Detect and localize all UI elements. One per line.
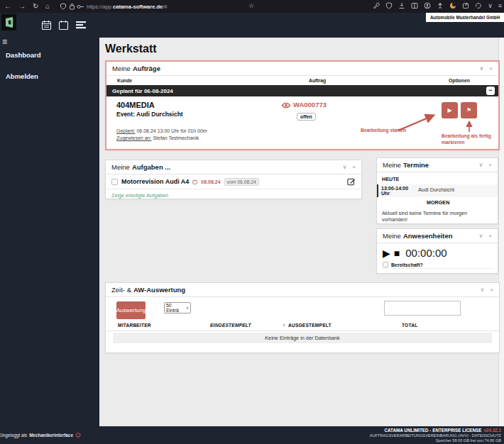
browser-extension-cluster: ∨ ≡: [373, 2, 502, 9]
logged-in-status: Eingeloggt als Mechanikerinterface: [0, 432, 81, 438]
sidebar-item-logout[interactable]: Abmelden: [6, 72, 38, 80]
task-name: Motorrevision Audi A4: [121, 178, 189, 185]
order-customer: 404MEDIA: [116, 101, 155, 109]
legal-links[interactable]: AUFTRAGSVERARBEITUNGSVEREINBARUNG (AVV) …: [370, 433, 501, 438]
bookmark-star-icon[interactable]: ☆: [248, 2, 254, 9]
url-path: /#: [163, 4, 167, 10]
overflow-chevron-icon[interactable]: ∨: [488, 2, 493, 9]
sidebar: ≡ Dashboard Abmelden: [0, 38, 99, 426]
license-info: CATAMA UNLIMITED - ENTERPRISE LICENSEv24…: [370, 428, 501, 444]
close-icon[interactable]: ×: [488, 162, 492, 168]
collapse-chevron-icon[interactable]: ∨: [342, 164, 346, 170]
app-header: Automobile Musterhandel GmbH: [0, 13, 504, 38]
calendar-month-icon[interactable]: [41, 20, 52, 30]
page-size-select[interactable]: 50 Einträ ∨: [164, 302, 191, 313]
orders-title: Meine: [112, 65, 131, 72]
order-number-link[interactable]: WA000773: [293, 101, 327, 109]
order-row: 404MEDIA Event: Audi Durchsicht Geplant:…: [106, 96, 498, 149]
order-assigned: Zugewiesen an:Stefan Testmechanik: [116, 135, 199, 140]
eye-icon[interactable]: [281, 102, 291, 109]
start-timer-icon[interactable]: ▶: [383, 248, 390, 258]
orders-panel: Meine Aufträge ∨× Kunde Auftrag Optionen…: [105, 60, 500, 150]
close-icon[interactable]: ×: [489, 65, 493, 72]
sort-chevron-icon[interactable]: ∨: [283, 323, 285, 327]
task-checkbox[interactable]: [111, 179, 118, 185]
col-kunde: Kunde: [117, 78, 132, 83]
sidebar-menu-icon[interactable]: ≡: [2, 37, 7, 47]
close-icon[interactable]: ×: [490, 287, 493, 293]
collapse-chevron-icon[interactable]: ∨: [478, 162, 483, 168]
attendance-panel-header: Meine Anwesenheiten ∨×: [377, 229, 498, 243]
address-bar[interactable]: https://app.catama-software.de/#: [87, 4, 167, 10]
account-icon[interactable]: [424, 2, 431, 9]
group-collapse-button[interactable]: −: [486, 87, 495, 95]
orders-panel-header: Meine Aufträge ∨×: [106, 62, 498, 76]
task-origin-badge: vom 06.08.24: [224, 178, 259, 186]
accessibility-icon[interactable]: [437, 2, 444, 9]
divider: [106, 331, 499, 331]
standby-checkbox[interactable]: [383, 262, 388, 267]
sync-icon[interactable]: [475, 2, 482, 9]
assigned-label: Zugewiesen an:: [116, 135, 151, 140]
start-work-button[interactable]: ▶: [442, 102, 458, 118]
tasks-title-bold: Aufgaben ...: [132, 163, 170, 171]
license-label: CATAMA UNLIMITED - ENTERPRISE LICENSE: [384, 428, 481, 433]
collapse-chevron-icon[interactable]: ∨: [479, 65, 483, 72]
appointment-row[interactable]: 13:00-14:00 Uhr Audi Durchsicht: [377, 184, 498, 197]
planned-value: 06.08.24 13:00 Uhr für 01h 00m: [136, 128, 207, 133]
evaluation-column-headers: MITARBEITER EINGESTEMPELT ∨ AUSGESTEMPEL…: [106, 321, 498, 331]
power-icon[interactable]: [75, 432, 81, 438]
shield-check-icon[interactable]: [385, 2, 393, 9]
sidebar-item-dashboard[interactable]: Dashboard: [6, 51, 41, 59]
close-icon[interactable]: ×: [352, 164, 356, 170]
search-input[interactable]: [384, 301, 461, 316]
page-title: Werkstatt: [105, 43, 157, 55]
firefox-icon[interactable]: [449, 2, 456, 9]
annotation-start-label: Bearbeitung starten: [361, 128, 406, 134]
reload-icon[interactable]: ↻: [33, 3, 38, 10]
tasks-title: Meine: [111, 163, 130, 171]
extension-icon[interactable]: [462, 2, 469, 9]
calendar-day-icon[interactable]: [58, 20, 69, 30]
timer-display: 00:00:00: [405, 247, 447, 259]
tracking-shield-icon[interactable]: [60, 3, 67, 10]
appointment-time: 13:00-14:00 Uhr: [378, 184, 415, 197]
browser-toolbar: ← → ↻ ⌂ https://app.catama-software.de/#…: [0, 0, 504, 13]
show-done-tasks-link[interactable]: Zeige erledigte Aufgaben: [106, 189, 361, 201]
annotation-finish-line2: markieren: [442, 140, 465, 145]
calendar-icon: [192, 179, 197, 184]
attendance-title-bold: Anwesenheiten: [403, 232, 453, 240]
lock-icon[interactable]: [69, 3, 75, 10]
chevron-down-icon: ∨: [186, 306, 189, 310]
version-label[interactable]: v24.32.1: [483, 428, 501, 433]
list-icon[interactable]: [75, 20, 87, 30]
evaluation-panel: Zeit- & AW-Auswertung ∨× Auswertung 50 E…: [105, 282, 500, 353]
edit-icon[interactable]: [347, 177, 356, 186]
close-icon[interactable]: ×: [488, 233, 492, 239]
key-icon[interactable]: [77, 4, 84, 9]
col-ausgestempelt: AUSGESTEMPELT: [288, 323, 332, 328]
back-icon[interactable]: ←: [4, 3, 11, 10]
collapse-chevron-icon[interactable]: ∨: [478, 233, 483, 239]
wrench-icon[interactable]: [373, 2, 380, 9]
url-host: catama-software.de: [113, 4, 163, 10]
catama-logo[interactable]: [1, 14, 16, 30]
reader-view-icon[interactable]: [411, 2, 418, 9]
app-menu-icon[interactable]: ≡: [498, 2, 502, 9]
mark-finished-button[interactable]: ⚑: [461, 102, 477, 118]
empty-table-message: Keine Einträge in der Datenbank: [113, 333, 492, 343]
forward-icon[interactable]: →: [18, 3, 26, 10]
url-scheme: https://app.: [87, 4, 113, 10]
collapse-chevron-icon[interactable]: ∨: [480, 287, 484, 293]
divider: [383, 268, 492, 269]
evaluation-panel-header: Zeit- & AW-Auswertung ∨×: [106, 283, 499, 297]
storage-info: Speicher 58.00 GB frei von 74.80 GB: [370, 438, 501, 443]
stop-timer-icon[interactable]: ■: [394, 248, 400, 258]
footer: Eingeloggt als Mechanikerinterface CATAM…: [0, 426, 504, 444]
download-icon[interactable]: [398, 2, 405, 9]
main-content: Werkstatt Meine Aufträge ∨× Kunde Auftra…: [99, 38, 504, 426]
evaluation-button[interactable]: Auswertung: [116, 301, 146, 319]
home-icon[interactable]: ⌂: [45, 3, 50, 10]
order-status-badge: offen: [297, 113, 316, 121]
company-label: Automobile Musterhandel GmbH: [426, 13, 504, 22]
